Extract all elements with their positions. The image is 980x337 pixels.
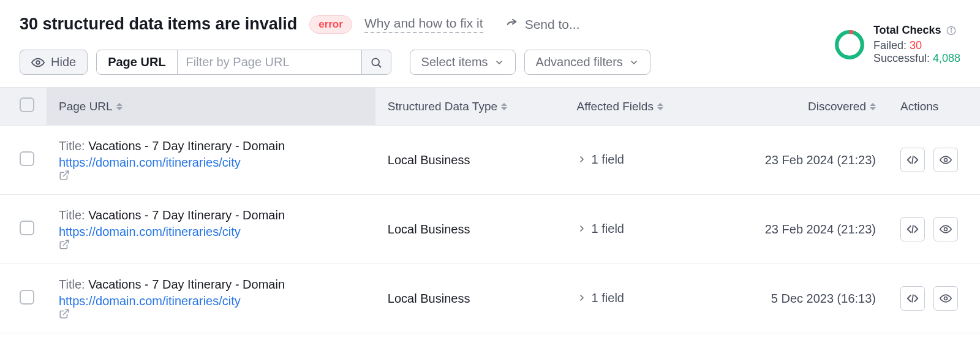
share-arrow-icon (505, 18, 519, 31)
view-page-button[interactable] (933, 286, 958, 311)
row-discovered: 5 Dec 2023 (16:13) (710, 264, 888, 333)
row-affected-text: 1 field (592, 291, 624, 305)
svg-line-13 (912, 225, 913, 233)
total-checks-title: Total Checks (873, 24, 941, 37)
code-icon (907, 292, 919, 305)
external-link-icon[interactable] (59, 239, 363, 250)
svg-line-11 (64, 240, 69, 245)
hide-button[interactable]: Hide (20, 50, 88, 75)
row-title: Vacations - 7 Day Itinerary - Domain (88, 139, 285, 153)
svg-line-2 (379, 64, 381, 67)
page-header: 30 structured data items are invalid err… (0, 0, 980, 41)
success-value: 4,088 (933, 52, 960, 64)
failed-label: Failed: (873, 39, 910, 51)
search-icon (370, 56, 382, 69)
row-url-link[interactable]: https://domain.com/itineraries/city (59, 225, 241, 238)
title-prefix: Title: (59, 278, 88, 291)
advanced-filters-label: Advanced filters (536, 55, 623, 69)
controls-row: Hide Page URL Select items Advanced filt… (0, 41, 980, 87)
svg-point-10 (944, 159, 947, 162)
title-prefix: Title: (59, 139, 88, 153)
col-header-affected[interactable]: Affected Fields (565, 88, 710, 126)
col-header-actions: Actions (888, 88, 980, 126)
col-header-discovered[interactable]: Discovered (710, 88, 888, 126)
table-row: Title: Vacations - 7 Day Itinerary - Dom… (0, 126, 980, 195)
url-filter: Page URL (96, 50, 391, 75)
table-row: Title: Vacations - 7 Day Itinerary - Dom… (0, 195, 980, 264)
chevron-down-icon (629, 58, 639, 67)
svg-line-9 (912, 156, 913, 164)
view-page-button[interactable] (933, 217, 958, 241)
url-filter-input[interactable] (178, 50, 361, 74)
success-label: Successful: (873, 52, 933, 64)
svg-point-6 (951, 28, 951, 29)
svg-point-14 (944, 228, 947, 231)
view-code-button[interactable] (900, 148, 925, 172)
external-link-icon[interactable] (59, 170, 363, 181)
chevron-right-icon (577, 154, 587, 164)
eye-icon (940, 292, 952, 305)
row-title: Vacations - 7 Day Itinerary - Domain (88, 278, 285, 291)
why-fix-link[interactable]: Why and how to fix it (364, 16, 483, 33)
advanced-filters-dropdown[interactable]: Advanced filters (524, 50, 650, 75)
chevron-right-icon (577, 224, 587, 233)
failed-value: 30 (910, 39, 922, 51)
row-affected-toggle[interactable]: 1 field (577, 222, 624, 236)
row-affected-toggle[interactable]: 1 field (577, 153, 624, 167)
col-header-page-url[interactable]: Page URL (47, 88, 375, 126)
row-checkbox[interactable] (20, 151, 34, 166)
row-url-link[interactable]: https://domain.com/itineraries/city (59, 294, 241, 308)
svg-point-0 (36, 61, 40, 64)
send-to-button[interactable]: Send to... (505, 17, 580, 32)
svg-point-18 (944, 297, 947, 300)
code-icon (907, 154, 919, 166)
row-checkbox[interactable] (20, 290, 34, 305)
sort-icon (501, 103, 507, 110)
view-code-button[interactable] (900, 217, 925, 241)
info-icon[interactable] (946, 26, 956, 36)
col-header-data-type[interactable]: Structured Data Type (375, 88, 565, 126)
row-affected-text: 1 field (592, 222, 624, 236)
sort-icon (657, 103, 663, 110)
eye-icon (31, 56, 45, 69)
row-affected-text: 1 field (592, 153, 624, 167)
eye-icon (940, 154, 952, 166)
row-url-link[interactable]: https://domain.com/itineraries/city (59, 156, 241, 169)
row-data-type: Local Business (375, 126, 565, 195)
svg-line-17 (912, 295, 913, 302)
svg-line-15 (64, 309, 69, 314)
svg-point-3 (837, 32, 862, 58)
code-icon (907, 223, 919, 235)
row-discovered: 23 Feb 2024 (21:23) (710, 195, 888, 264)
hide-label: Hide (51, 55, 76, 69)
table-row: Title: Vacations - 7 Day Itinerary - Dom… (0, 264, 980, 333)
total-checks-widget: Total Checks Failed: 30 Successful: 4,08… (834, 24, 960, 65)
eye-icon (940, 223, 952, 235)
url-filter-search-button[interactable] (361, 50, 391, 74)
external-link-icon[interactable] (59, 308, 363, 319)
issues-table: Page URL Structured Data Type Affected F… (0, 87, 980, 333)
error-badge: error (309, 15, 352, 34)
row-title: Vacations - 7 Day Itinerary - Domain (88, 208, 285, 222)
row-discovered: 23 Feb 2024 (21:23) (710, 126, 888, 195)
page-title: 30 structured data items are invalid (20, 15, 297, 34)
url-filter-label[interactable]: Page URL (97, 50, 177, 74)
chevron-down-icon (494, 58, 504, 67)
row-checkbox[interactable] (20, 221, 34, 235)
row-data-type: Local Business (375, 195, 565, 264)
progress-ring-icon (834, 29, 865, 60)
chevron-right-icon (577, 293, 587, 303)
send-to-label: Send to... (525, 17, 580, 32)
select-all-checkbox[interactable] (20, 97, 34, 112)
select-items-dropdown[interactable]: Select items (410, 50, 516, 75)
sort-icon (116, 103, 123, 110)
select-items-label: Select items (421, 55, 488, 69)
view-page-button[interactable] (933, 148, 958, 172)
view-code-button[interactable] (900, 286, 925, 311)
title-prefix: Title: (59, 208, 88, 222)
row-data-type: Local Business (375, 264, 565, 333)
row-affected-toggle[interactable]: 1 field (577, 291, 624, 305)
sort-icon (870, 103, 876, 110)
svg-line-7 (64, 171, 69, 176)
